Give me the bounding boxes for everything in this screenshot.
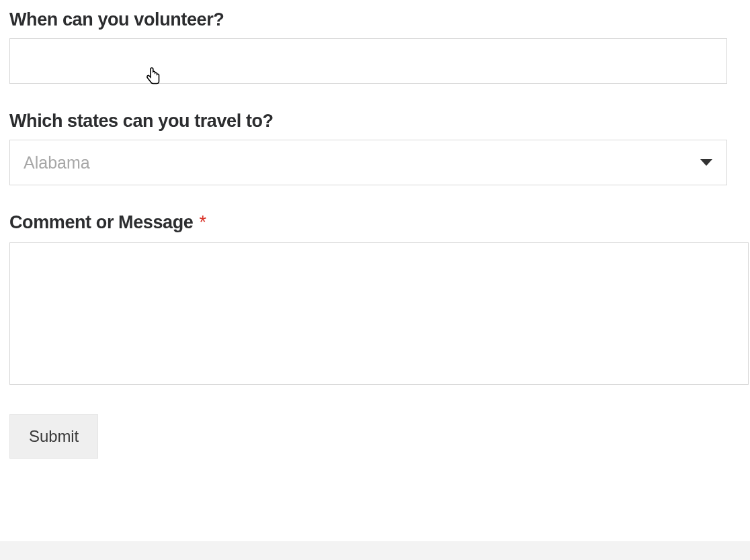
states-label: Which states can you travel to? xyxy=(9,111,741,132)
volunteer-form: When can you volunteer? Which states can… xyxy=(0,0,750,459)
states-select[interactable]: Alabama xyxy=(9,140,727,185)
field-states: Which states can you travel to? Alabama xyxy=(9,111,741,185)
comment-label: Comment or Message * xyxy=(9,212,741,233)
submit-button[interactable]: Submit xyxy=(9,414,98,459)
field-comment: Comment or Message * xyxy=(9,212,741,387)
volunteer-time-input[interactable] xyxy=(9,38,727,84)
comment-label-text: Comment or Message xyxy=(9,212,193,232)
volunteer-time-label: When can you volunteer? xyxy=(9,9,741,30)
states-select-wrap: Alabama xyxy=(9,140,727,185)
comment-textarea[interactable] xyxy=(9,242,749,385)
field-volunteer-time: When can you volunteer? xyxy=(9,9,741,84)
required-mark: * xyxy=(199,212,206,232)
page-footer-band xyxy=(0,541,750,560)
